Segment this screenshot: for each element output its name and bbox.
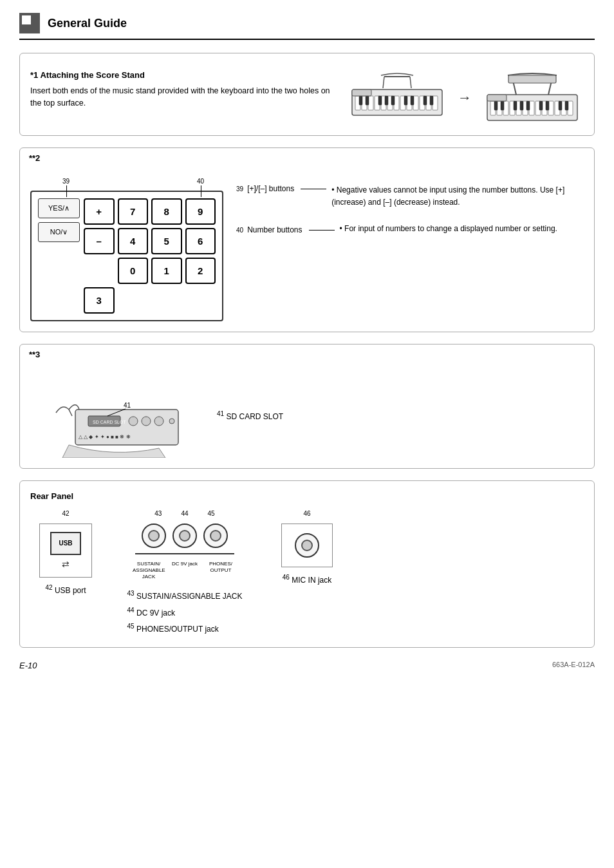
label44: 44 DC 9V jack bbox=[127, 604, 243, 621]
label43: 43 SUSTAIN/ASSIGNABLE JACK bbox=[127, 587, 243, 604]
section3-info: 41 SD CARD SLOT bbox=[217, 374, 584, 458]
mic-diagram bbox=[281, 524, 333, 567]
rear-panel-content: 42 USB ⇄ 42 USB port 43 44 45 bbox=[30, 510, 584, 637]
svg-point-59 bbox=[154, 417, 163, 426]
svg-rect-15 bbox=[366, 96, 369, 105]
port45-label-small: PHONES/ OUTPUT bbox=[205, 561, 237, 581]
svg-rect-18 bbox=[391, 96, 395, 105]
num-2-button[interactable]: 2 bbox=[185, 258, 216, 284]
keyboard-before-img bbox=[346, 70, 449, 125]
port-labels-row: SUSTAIN/ ASSIGNABLE JACK DC 9V jack PHON… bbox=[133, 561, 237, 581]
ref45-top: 45 bbox=[208, 510, 215, 517]
three-ports-diagram bbox=[135, 524, 234, 554]
mic-port-circle bbox=[295, 533, 319, 558]
ref39-callout: 39 [+]/[–] buttons Negative values canno… bbox=[236, 184, 584, 209]
num-7-button[interactable]: 7 bbox=[118, 198, 149, 225]
port43-label-small: SUSTAIN/ ASSIGNABLE JACK bbox=[133, 561, 165, 581]
yes-no-buttons: YES/∧ NO/∨ bbox=[38, 198, 80, 314]
num-1-button[interactable]: 1 bbox=[151, 258, 182, 284]
page-title: General Guide bbox=[48, 17, 127, 30]
footer-page-number: E-10 bbox=[19, 661, 37, 670]
section3-content: SD CARD SLOT △ △ ◆ ✦ ✦ ● ■ ■ ❋ ❋ 41 41 bbox=[30, 355, 584, 458]
svg-rect-14 bbox=[359, 96, 362, 105]
port44-circle bbox=[172, 524, 197, 548]
section2-box: **2 39 40 YES/∧ bbox=[19, 147, 595, 332]
svg-rect-45 bbox=[526, 101, 530, 110]
svg-rect-21 bbox=[423, 96, 427, 105]
svg-rect-46 bbox=[539, 101, 543, 110]
section3-box: **3 SD CARD SLOT △ △ ◆ ✦ ✦ ● ■ ■ ❋ ❋ bbox=[19, 344, 595, 469]
usb-diagram: USB ⇄ bbox=[39, 524, 92, 578]
three-ports-labels: 43 SUSTAIN/ASSIGNABLE JACK 44 DC 9V jack… bbox=[127, 587, 243, 637]
svg-rect-43 bbox=[514, 101, 517, 110]
ref-numbers-row: 43 44 45 bbox=[154, 510, 214, 517]
ref41-num: 41 bbox=[217, 410, 224, 417]
ref39-marker: 39 bbox=[62, 178, 70, 185]
arrow-right-icon: → bbox=[458, 90, 472, 106]
svg-rect-16 bbox=[378, 96, 382, 105]
usb-symbol-icon: ⇄ bbox=[62, 559, 70, 569]
plus-button[interactable]: + bbox=[84, 198, 115, 225]
num-4-button[interactable]: 4 bbox=[118, 228, 149, 254]
port43 bbox=[142, 524, 166, 548]
sd-card-illustration: SD CARD SLOT △ △ ◆ ✦ ✦ ● ■ ■ ❋ ❋ 41 bbox=[30, 374, 198, 458]
section3-asterisk: **3 bbox=[29, 350, 40, 359]
yes-button[interactable]: YES/∧ bbox=[38, 198, 80, 218]
rear-panel-box: Rear Panel 42 USB ⇄ 42 USB port 43 44 bbox=[19, 480, 595, 648]
port43-circle bbox=[142, 524, 166, 548]
ref46-top: 46 bbox=[303, 510, 310, 517]
svg-point-60 bbox=[169, 419, 174, 424]
minus-button[interactable]: – bbox=[84, 228, 115, 254]
three-ports-col: 43 44 45 bbox=[120, 510, 249, 637]
num-0-button[interactable]: 0 bbox=[118, 258, 149, 284]
keypad-container: YES/∧ NO/∨ + 7 8 9 bbox=[30, 191, 223, 321]
page-header: General Guide bbox=[19, 13, 595, 40]
num-5-button[interactable]: 5 bbox=[151, 228, 182, 254]
section1-images: → bbox=[346, 70, 584, 125]
section1-box: *1 Attaching the Score Stand Insert both… bbox=[19, 53, 595, 136]
section2-content: 39 40 YES/∧ NO/∨ bbox=[30, 158, 584, 321]
usb-col: 42 USB ⇄ 42 USB port bbox=[30, 510, 101, 595]
svg-rect-48 bbox=[559, 101, 562, 110]
keypad-area: 39 40 YES/∧ NO/∨ bbox=[30, 178, 223, 321]
bullet1: Negative values cannot be input using th… bbox=[331, 184, 584, 209]
svg-line-25 bbox=[383, 77, 384, 88]
svg-text:41: 41 bbox=[124, 402, 131, 409]
port45-circle bbox=[203, 524, 228, 548]
num-9-button[interactable]: 9 bbox=[185, 198, 216, 225]
port45 bbox=[203, 524, 228, 548]
usb-box: USB bbox=[50, 532, 81, 555]
svg-text:△ △ ◆ ✦ ✦ ● ■ ■ ❋ ❋: △ △ ◆ ✦ ✦ ● ■ ■ ❋ ❋ bbox=[79, 434, 131, 440]
ref44-top: 44 bbox=[181, 510, 188, 517]
svg-rect-19 bbox=[404, 96, 407, 105]
ref40-callout: 40 Number buttons For input of numbers t… bbox=[236, 223, 584, 235]
section1-content: *1 Attaching the Score Stand Insert both… bbox=[30, 64, 584, 125]
section1-text-area: *1 Attaching the Score Stand Insert both… bbox=[30, 70, 333, 109]
svg-rect-44 bbox=[520, 101, 523, 110]
num-empty bbox=[84, 258, 115, 284]
num-3-button[interactable]: 3 bbox=[84, 287, 115, 314]
num-6-button[interactable]: 6 bbox=[185, 228, 216, 254]
ref39-dash bbox=[301, 189, 326, 189]
sd-card-svg: SD CARD SLOT △ △ ◆ ✦ ✦ ● ■ ■ ❋ ❋ 41 bbox=[30, 374, 198, 458]
rear-panel-title: Rear Panel bbox=[30, 491, 584, 501]
section1-label: *1 Attaching the Score Stand bbox=[30, 70, 333, 80]
sd-card-slot-label: SD CARD SLOT bbox=[226, 412, 283, 421]
svg-rect-47 bbox=[546, 101, 549, 110]
keyboard-after-img bbox=[481, 70, 584, 125]
svg-line-26 bbox=[410, 77, 411, 88]
ref40-number: 40 bbox=[236, 227, 243, 234]
ref42-num: 42 bbox=[62, 510, 69, 517]
svg-rect-22 bbox=[430, 96, 433, 105]
num-8-button[interactable]: 8 bbox=[151, 198, 182, 225]
ref40-marker: 40 bbox=[197, 178, 204, 185]
svg-point-57 bbox=[129, 417, 138, 426]
no-button[interactable]: NO/∨ bbox=[38, 222, 80, 242]
ref39-number: 39 bbox=[236, 185, 243, 193]
svg-rect-17 bbox=[385, 96, 388, 105]
svg-rect-50 bbox=[487, 95, 507, 101]
footer-doc-number: 663A-E-012A bbox=[552, 661, 595, 670]
page-footer: E-10 663A-E-012A bbox=[19, 661, 595, 670]
numpad-grid: + 7 8 9 – 4 5 6 0 1 2 bbox=[84, 198, 216, 314]
svg-point-58 bbox=[142, 417, 151, 426]
